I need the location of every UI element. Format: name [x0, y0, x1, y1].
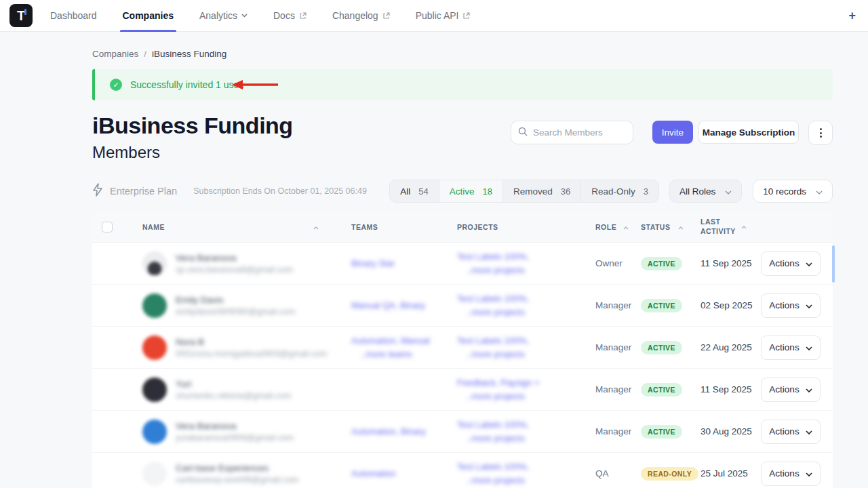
column-header-status[interactable]: STATUS: [641, 223, 701, 231]
project-link[interactable]: ..more projects: [467, 432, 595, 445]
member-name: Nora B: [176, 337, 327, 347]
project-link[interactable]: Test Labels 100%,: [457, 460, 595, 474]
status-badge: ACTIVE: [641, 257, 682, 270]
check-circle-icon: ✓: [110, 79, 122, 91]
project-link[interactable]: Test Labels 100%,: [457, 418, 595, 432]
tab-removed[interactable]: Removed 36: [503, 180, 581, 202]
member-email: shumenko.viktoria@gmail.com: [176, 391, 291, 401]
team-link[interactable]: Binary Star: [351, 257, 457, 270]
last-activity-date: 30 Aug 2025: [701, 426, 757, 436]
column-header-last-activity[interactable]: LAST ACTIVITY: [701, 218, 757, 236]
annotation-arrow: [232, 79, 279, 91]
nav-item-dashboard[interactable]: Dashboard: [50, 0, 97, 32]
table-body: Vera Baranova sp.vera.baranova9@gmail.co…: [92, 243, 833, 488]
table-scrollbar-thumb[interactable]: [832, 245, 835, 283]
project-link[interactable]: ..more projects: [467, 348, 595, 361]
chevron-down-icon: [806, 384, 812, 394]
nav-item-companies[interactable]: Companies: [123, 0, 174, 32]
avatar: [142, 378, 167, 402]
status-badge: ACTIVE: [641, 341, 682, 354]
projects-cell: Test Labels 100%,..more projects: [457, 250, 595, 277]
status-badge: ACTIVE: [641, 425, 682, 439]
app-logo[interactable]: T: [9, 4, 33, 27]
kebab-icon: [820, 128, 822, 130]
success-banner: ✓ Successfully invited 1 user.: [92, 69, 833, 100]
roles-dropdown[interactable]: All Roles: [669, 180, 742, 203]
column-header-teams: TEAMS: [351, 223, 457, 231]
sort-caret-icon: [678, 223, 684, 231]
lightning-icon: [92, 183, 103, 199]
column-header-role[interactable]: ROLE: [595, 223, 641, 231]
project-link[interactable]: Test Labels 100%,: [457, 250, 595, 264]
status-badge: ACTIVE: [641, 299, 682, 312]
teams-cell: Manual QA, Binary: [351, 299, 457, 312]
member-email: yurabaranova0909@gmail.com: [176, 433, 294, 443]
last-activity-date: 25 Jul 2025: [701, 468, 757, 479]
status-badge: READ-ONLY: [641, 467, 698, 481]
teams-cell: Binary Star: [351, 257, 457, 270]
records-per-page-dropdown[interactable]: 10 records: [753, 180, 833, 203]
actions-button[interactable]: Actions: [761, 420, 821, 444]
breadcrumb-companies[interactable]: Companies: [92, 49, 138, 59]
search-box[interactable]: [511, 121, 633, 144]
project-link[interactable]: ..more projects: [467, 474, 595, 487]
member-role: QA: [595, 468, 641, 479]
top-nav: T Dashboard Companies Analytics Docs Cha…: [0, 0, 868, 32]
actions-button[interactable]: Actions: [761, 251, 821, 276]
project-link[interactable]: ..more projects: [467, 390, 595, 403]
manage-subscription-button[interactable]: Manage Subscription: [698, 121, 799, 144]
member-name: Vera Baranova: [176, 421, 294, 431]
nav-item-analytics[interactable]: Analytics: [199, 0, 248, 32]
member-role: Manager: [595, 426, 641, 436]
avatar: [142, 293, 167, 318]
team-link[interactable]: Automation, Manual: [351, 334, 457, 348]
member-name: Cart-base Experiences: [176, 463, 299, 473]
team-link[interactable]: Automation: [351, 467, 457, 481]
tab-active[interactable]: Active 18: [439, 180, 503, 202]
team-link[interactable]: Automation, Binary: [351, 425, 457, 439]
actions-button[interactable]: Actions: [761, 462, 821, 486]
chevron-down-icon: [806, 468, 812, 479]
column-header-name[interactable]: NAME: [142, 223, 351, 231]
member-email: 0001nora.morrigadeva3903@gmail.com: [176, 349, 327, 359]
project-link[interactable]: Test Labels 100%,: [457, 334, 595, 348]
breadcrumb: Companies / iBusiness Funding: [92, 49, 833, 59]
add-tab-button[interactable]: +: [846, 9, 859, 23]
table-row: Emily Davis emilydavis0909090@gmail.com …: [92, 285, 833, 327]
chevron-down-icon: [241, 14, 248, 18]
teams-cell: Automation: [351, 467, 457, 481]
invite-button[interactable]: Invite: [652, 121, 693, 144]
chevron-down-icon: [725, 186, 732, 197]
nav-item-changelog[interactable]: Changelog: [332, 0, 390, 32]
member-name: Yuri: [176, 379, 291, 389]
tab-read-only[interactable]: Read-Only 3: [581, 180, 658, 202]
select-all-checkbox[interactable]: [102, 222, 113, 232]
plan-name: Enterprise Plan: [110, 186, 177, 197]
nav-item-docs[interactable]: Docs: [273, 0, 307, 32]
last-activity-date: 02 Sep 2025: [701, 300, 757, 310]
project-link[interactable]: Feedback, Paysign +: [457, 376, 595, 390]
table-header: NAME TEAMS PROJECTS ROLE STATUS: [92, 212, 833, 243]
tab-all[interactable]: All 54: [390, 180, 439, 202]
table-row: Vera Baranova sp.vera.baranova9@gmail.co…: [92, 243, 833, 285]
more-options-button[interactable]: [808, 121, 833, 145]
last-activity-date: 11 Sep 2025: [701, 258, 757, 268]
project-link[interactable]: Test Labels 100%,: [457, 292, 595, 306]
actions-button[interactable]: Actions: [761, 378, 821, 402]
project-link[interactable]: ..more projects: [467, 264, 595, 277]
chevron-down-icon: [806, 300, 812, 310]
team-link[interactable]: Manual QA, Binary: [351, 299, 457, 312]
search-input[interactable]: [533, 127, 621, 138]
project-link[interactable]: ..more projects: [467, 306, 595, 319]
banner-message: Successfully invited 1 user.: [130, 79, 244, 90]
actions-button[interactable]: Actions: [761, 293, 821, 318]
table-row: Cart-base Experiences cartbaseexp.work99…: [92, 453, 833, 488]
breadcrumb-current: iBusiness Funding: [152, 49, 226, 59]
nav-item-public-api[interactable]: Public API: [416, 0, 471, 32]
chevron-down-icon: [816, 186, 823, 197]
actions-button[interactable]: Actions: [761, 336, 821, 360]
team-link[interactable]: ..more teams: [361, 348, 457, 361]
page-heading: iBusiness Funding Members: [92, 113, 293, 162]
projects-cell: Test Labels 100%,..more projects: [457, 460, 595, 487]
teams-cell: Automation, Binary: [351, 425, 457, 439]
